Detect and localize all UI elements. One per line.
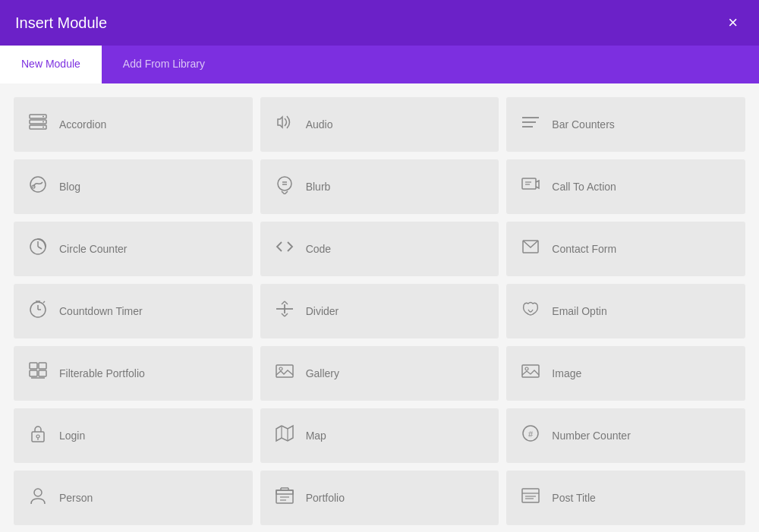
bar-counters-label: Bar Counters: [552, 118, 614, 131]
module-email-optin[interactable]: Email Optin: [506, 284, 745, 338]
module-blurb[interactable]: Blurb: [260, 159, 499, 214]
audio-label: Audio: [306, 118, 333, 131]
module-countdown-timer[interactable]: Countdown Timer: [14, 284, 253, 338]
accordion-label: Accordion: [59, 118, 106, 131]
number-counter-label: Number Counter: [552, 430, 631, 442]
module-person[interactable]: Person: [14, 471, 253, 525]
map-label: Map: [306, 430, 326, 442]
email-optin-label: Email Optin: [552, 305, 606, 317]
svg-rect-33: [39, 370, 46, 376]
map-icon: [274, 423, 295, 448]
module-circle-counter[interactable]: Circle Counter: [14, 222, 253, 276]
module-gallery[interactable]: Gallery: [260, 346, 499, 401]
svg-rect-37: [522, 365, 539, 377]
svg-rect-32: [30, 370, 37, 376]
gallery-label: Gallery: [306, 367, 339, 379]
svg-point-9: [30, 177, 46, 192]
module-image[interactable]: Image: [506, 346, 745, 401]
email-optin-icon: [520, 299, 541, 323]
module-blog[interactable]: Blog: [14, 159, 253, 214]
svg-rect-39: [32, 432, 44, 442]
module-login[interactable]: Login: [14, 408, 253, 463]
insert-module-modal: Insert Module × New Module Add From Libr…: [0, 0, 759, 532]
module-call-to-action[interactable]: Call To Action: [506, 159, 745, 214]
image-label: Image: [552, 367, 581, 379]
countdown-timer-icon: [27, 299, 49, 323]
modal-title: Insert Module: [15, 14, 107, 32]
module-map[interactable]: Map: [260, 408, 499, 463]
module-portfolio[interactable]: Portfolio: [260, 471, 499, 525]
svg-point-40: [36, 435, 39, 438]
image-icon: [520, 361, 541, 386]
countdown-timer-label: Countdown Timer: [59, 305, 143, 317]
module-contact-form[interactable]: Contact Form: [506, 222, 745, 276]
post-title-icon: [520, 486, 541, 510]
module-filterable-portfolio[interactable]: Filterable Portfolio: [14, 346, 253, 401]
code-icon: [274, 237, 295, 261]
filterable-portfolio-label: Filterable Portfolio: [59, 367, 145, 379]
tab-new-module[interactable]: New Module: [0, 46, 102, 83]
gallery-icon: [274, 361, 295, 386]
tab-add-from-library[interactable]: Add From Library: [102, 46, 226, 83]
post-title-label: Post Title: [552, 492, 596, 504]
blurb-label: Blurb: [306, 181, 331, 193]
person-icon: [27, 486, 49, 510]
svg-line-27: [285, 301, 288, 304]
svg-text:#: #: [528, 430, 534, 439]
circle-counter-icon: [27, 237, 49, 261]
svg-rect-48: [276, 490, 293, 494]
svg-point-11: [278, 177, 291, 190]
contact-form-icon: [520, 237, 541, 261]
svg-point-46: [34, 489, 42, 496]
blog-icon: [27, 175, 49, 199]
number-counter-icon: #: [520, 423, 541, 448]
module-audio[interactable]: Audio: [260, 97, 499, 152]
accordion-icon: [27, 112, 49, 137]
call-to-action-icon: [520, 175, 541, 199]
blurb-icon: [274, 175, 295, 199]
svg-line-29: [285, 313, 288, 316]
svg-rect-31: [39, 363, 46, 369]
bar-counters-icon: [520, 112, 541, 137]
login-icon: [27, 423, 49, 448]
svg-line-26: [282, 301, 285, 304]
circle-counter-label: Circle Counter: [59, 243, 127, 255]
module-number-counter[interactable]: # Number Counter: [506, 408, 745, 463]
module-bar-counters[interactable]: Bar Counters: [506, 97, 745, 152]
modules-grid: Accordion Audio: [14, 97, 745, 525]
svg-rect-35: [276, 365, 293, 377]
svg-rect-30: [30, 363, 37, 369]
contact-form-label: Contact Form: [552, 243, 616, 255]
svg-point-38: [525, 367, 528, 370]
portfolio-icon: [274, 486, 295, 510]
module-post-title[interactable]: Post Title: [506, 471, 745, 525]
svg-line-28: [282, 313, 285, 316]
portfolio-label: Portfolio: [306, 492, 345, 504]
divider-icon: [274, 299, 295, 323]
svg-rect-14: [522, 178, 536, 189]
modules-panel[interactable]: Accordion Audio: [0, 83, 759, 532]
close-button[interactable]: ×: [722, 11, 744, 34]
login-label: Login: [59, 430, 85, 442]
filterable-portfolio-icon: [27, 361, 49, 386]
divider-label: Divider: [306, 305, 339, 317]
module-divider[interactable]: Divider: [260, 284, 499, 338]
module-code[interactable]: Code: [260, 222, 499, 276]
tab-bar: New Module Add From Library: [0, 46, 759, 83]
blog-label: Blog: [59, 181, 80, 193]
content-area: Accordion Audio: [0, 83, 759, 532]
svg-point-36: [279, 367, 282, 370]
module-accordion[interactable]: Accordion: [14, 97, 253, 152]
audio-icon: [274, 112, 295, 137]
svg-line-19: [38, 247, 42, 249]
modal-header: Insert Module ×: [0, 0, 759, 46]
person-label: Person: [59, 492, 93, 504]
code-label: Code: [306, 243, 331, 255]
svg-rect-54: [522, 489, 539, 502]
call-to-action-label: Call To Action: [552, 181, 616, 193]
